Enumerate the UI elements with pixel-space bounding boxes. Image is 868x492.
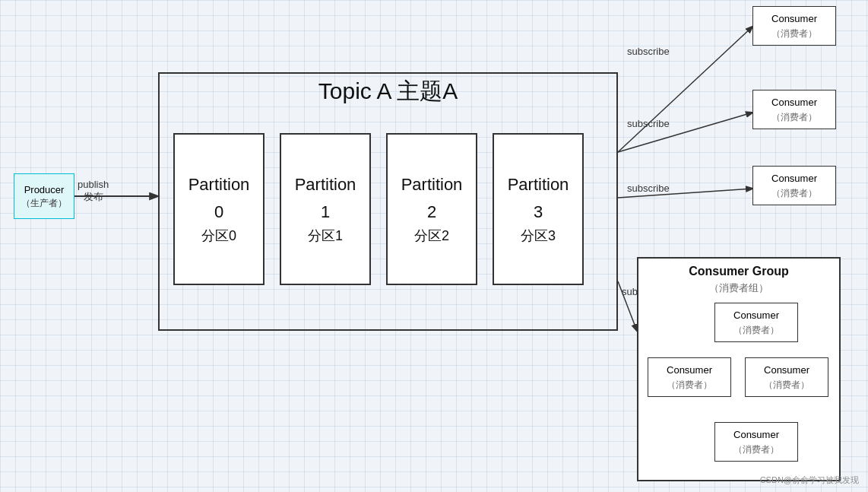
- consumer-group-title: Consumer Group: [637, 265, 841, 278]
- partition-3-num: 3: [534, 198, 543, 225]
- partition-3-box: Partition 3 分区3: [493, 133, 584, 285]
- consumer-group-member-4: Consumer （消费者）: [714, 422, 798, 462]
- subscribe-label-3: subscribe: [627, 183, 670, 194]
- subscribe-label-1: subscribe: [627, 46, 670, 57]
- partition-2-en: Partition: [401, 171, 463, 198]
- topic-title: Topic A 主题A: [158, 76, 618, 107]
- partition-2-zh: 分区2: [414, 225, 449, 247]
- consumer-box-2: Consumer （消费者）: [752, 90, 836, 129]
- consumer-box-1: Consumer （消费者）: [752, 6, 836, 46]
- partition-0-zh: 分区0: [201, 225, 236, 247]
- producer-box: Producer （生产者）: [14, 173, 74, 219]
- partition-3-en: Partition: [508, 171, 569, 198]
- partition-1-box: Partition 1 分区1: [280, 133, 371, 285]
- watermark: CSDN@俞俞学习被我发现: [760, 475, 859, 486]
- producer-label-zh: （生产者）: [21, 197, 67, 210]
- partition-2-num: 2: [427, 198, 436, 225]
- subscribe-label-2: subscribe: [627, 118, 670, 129]
- consumer-group-member-2: Consumer （消费者）: [648, 357, 731, 397]
- partition-2-box: Partition 2 分区2: [386, 133, 477, 285]
- diagram: Producer （生产者） publish 发布 Topic A 主题A Pa…: [0, 0, 868, 492]
- partition-0-box: Partition 0 分区0: [173, 133, 265, 285]
- producer-label-en: Producer: [24, 183, 65, 197]
- partition-3-zh: 分区3: [521, 225, 556, 247]
- partition-1-en: Partition: [295, 171, 356, 198]
- publish-label: publish 发布: [78, 179, 109, 204]
- partition-1-num: 1: [321, 198, 330, 225]
- consumer-group-member-1: Consumer （消费者）: [714, 303, 798, 342]
- consumer-group-subtitle: （消费者组）: [637, 281, 841, 295]
- partition-0-en: Partition: [188, 171, 250, 198]
- consumer-group-member-3: Consumer （消费者）: [745, 357, 828, 397]
- partition-1-zh: 分区1: [308, 225, 343, 247]
- partition-0-num: 0: [214, 198, 223, 225]
- consumer-box-3: Consumer （消费者）: [752, 166, 836, 205]
